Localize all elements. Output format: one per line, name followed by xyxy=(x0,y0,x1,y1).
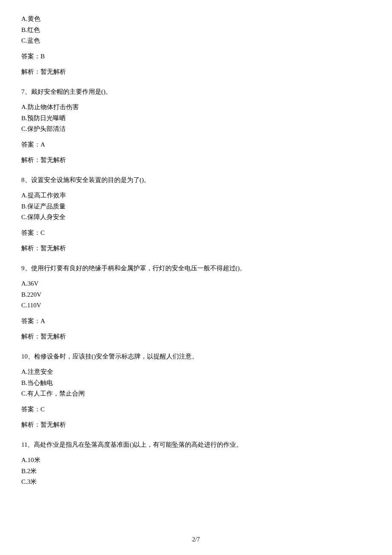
q10-analysis: 解析：暂无解析 xyxy=(21,420,371,430)
q6-answer: 答案：B xyxy=(21,52,371,61)
q7-answer: 答案：A xyxy=(21,140,371,150)
q10-answer: 答案：C xyxy=(21,405,371,414)
q7-question: 7、戴好安全帽的主要作用是()。 xyxy=(21,87,371,97)
q10-option-a: A.注意安全 xyxy=(21,367,371,377)
q11-question: 11、高处作业是指凡在坠落高度基准面()以上，有可能坠落的高处进行的作业。 xyxy=(21,440,371,450)
q8-option-b: B.保证产品质量 xyxy=(21,202,371,211)
q11-option-a: A.10米 xyxy=(21,455,371,465)
q7-option-a: A.防止物体打击伤害 xyxy=(21,102,371,112)
q10-option-b: B.当心触电 xyxy=(21,378,371,388)
q8-option-c: C.保障人身安全 xyxy=(21,212,371,222)
q10-option-c: C.有人工作，禁止合闸 xyxy=(21,389,371,399)
q7-analysis: 解析：暂无解析 xyxy=(21,155,371,165)
page-footer: 2/7 xyxy=(0,536,392,543)
q8-answer: 答案：C xyxy=(21,228,371,238)
q9-answer: 答案：A xyxy=(21,316,371,326)
q9-option-a: A.36V xyxy=(21,279,371,289)
q10-question: 10、检修设备时，应该挂()安全警示标志牌，以提醒人们注意。 xyxy=(21,352,371,361)
q8-option-a: A.提高工作效率 xyxy=(21,191,371,200)
q9-option-b: B.220V xyxy=(21,290,371,300)
q11-option-c: C.3米 xyxy=(21,477,371,487)
q6-option-b: B.红色 xyxy=(21,25,371,35)
q9-option-c: C.110V xyxy=(21,301,371,310)
q6-analysis: 解析：暂无解析 xyxy=(21,67,371,77)
q11-option-b: B.2米 xyxy=(21,466,371,476)
q8-analysis: 解析：暂无解析 xyxy=(21,243,371,253)
q9-analysis: 解析：暂无解析 xyxy=(21,332,371,341)
q9-question: 9、使用行灯要有良好的绝缘手柄和金属护罩，行灯的安全电压一般不得超过()。 xyxy=(21,263,371,273)
q6-option-a: A.黄色 xyxy=(21,14,371,24)
q8-question: 8、设置安全设施和安全装置的目的是为了()。 xyxy=(21,175,371,185)
q7-option-b: B.预防日光曝晒 xyxy=(21,113,371,123)
q7-option-c: C.保护头部清洁 xyxy=(21,124,371,134)
q6-option-c: C.蓝色 xyxy=(21,36,371,46)
